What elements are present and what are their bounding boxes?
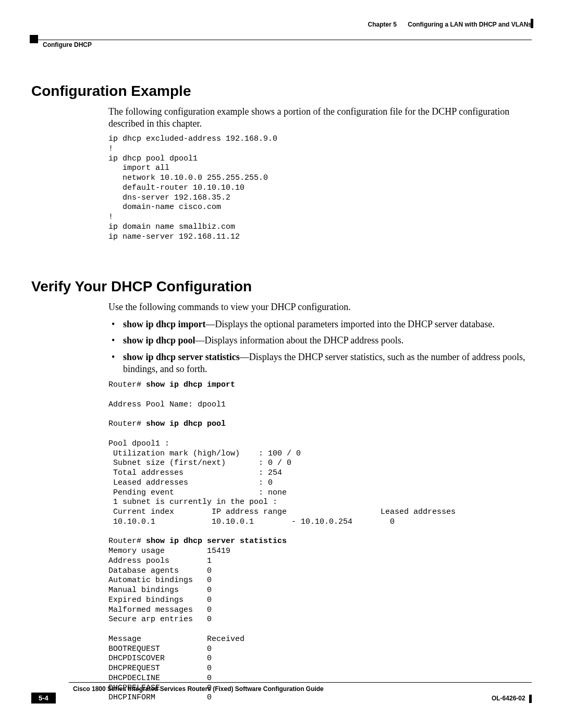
running-section: Configure DHCP [43, 41, 92, 48]
prompt: Router# [108, 419, 146, 428]
cmd-typed: show ip dhcp pool [146, 419, 226, 428]
header-right: Chapter 5 Configuring a LAN with DHCP an… [368, 21, 532, 28]
section-title-verify: Verify Your DHCP Configuration [31, 278, 532, 295]
output-body: Pool dpool1 : Utilization mark (high/low… [108, 439, 456, 526]
running-subhead: Configure DHCP [31, 40, 532, 52]
cmd-desc: —Displays information about the DHCP add… [195, 335, 404, 346]
section1-intro: The following configuration example show… [108, 106, 527, 129]
verify-command-list: show ip dhcp import—Displays the optiona… [108, 318, 527, 376]
list-item: show ip dhcp pool—Displays information a… [108, 335, 527, 347]
header-bar-icon [531, 19, 533, 28]
footer-rule [69, 682, 532, 683]
config-example-code: ip dhcp excluded-address 192.168.9.0 ! i… [108, 134, 527, 242]
list-item: show ip dhcp import—Displays the optiona… [108, 318, 527, 330]
cmd-typed: show ip dhcp server statistics [146, 537, 287, 546]
section1-body: The following configuration example show… [108, 106, 527, 242]
chapter-number: Chapter 5 [368, 21, 397, 28]
doc-id-bar-icon [529, 695, 532, 703]
chapter-title: Configuring a LAN with DHCP and VLANs [408, 21, 532, 28]
cmd-typed: show ip dhcp import [146, 380, 235, 389]
verify-output: Router# show ip dhcp import Address Pool… [108, 380, 527, 703]
doc-id-text: OL-6426-02 [492, 695, 525, 702]
page: Chapter 5 Configuring a LAN with DHCP an… [0, 0, 563, 728]
output-body: Memory usage 15419 Address pools 1 Datab… [108, 547, 244, 702]
page-number-badge: 5-4 [31, 693, 56, 704]
page-footer: Cisco 1800 Series Integrated Services Ro… [31, 682, 532, 707]
prompt: Router# [108, 380, 146, 389]
cmd-name: show ip dhcp import [123, 319, 206, 329]
doc-id: OL-6426-02 [492, 695, 532, 703]
cmd-name: show ip dhcp server statistics [123, 352, 240, 362]
section2-body: Use the following commands to view your … [108, 301, 527, 703]
output-body: Address Pool Name: dpool1 [108, 400, 226, 409]
section-title-config-example: Configuration Example [31, 83, 532, 100]
page-header: Chapter 5 Configuring a LAN with DHCP an… [31, 21, 532, 36]
list-item: show ip dhcp server statistics—Displays … [108, 351, 527, 376]
cmd-desc: —Displays the optional parameters import… [206, 319, 495, 329]
cmd-name: show ip dhcp pool [123, 335, 195, 346]
footer-rule-wrap [31, 682, 532, 683]
footer-second-row: 5-4 OL-6426-02 [31, 695, 532, 707]
square-marker-icon [30, 35, 38, 43]
prompt: Router# [108, 537, 146, 546]
section2-intro: Use the following commands to view your … [108, 301, 527, 313]
book-title: Cisco 1800 Series Integrated Services Ro… [73, 685, 532, 693]
